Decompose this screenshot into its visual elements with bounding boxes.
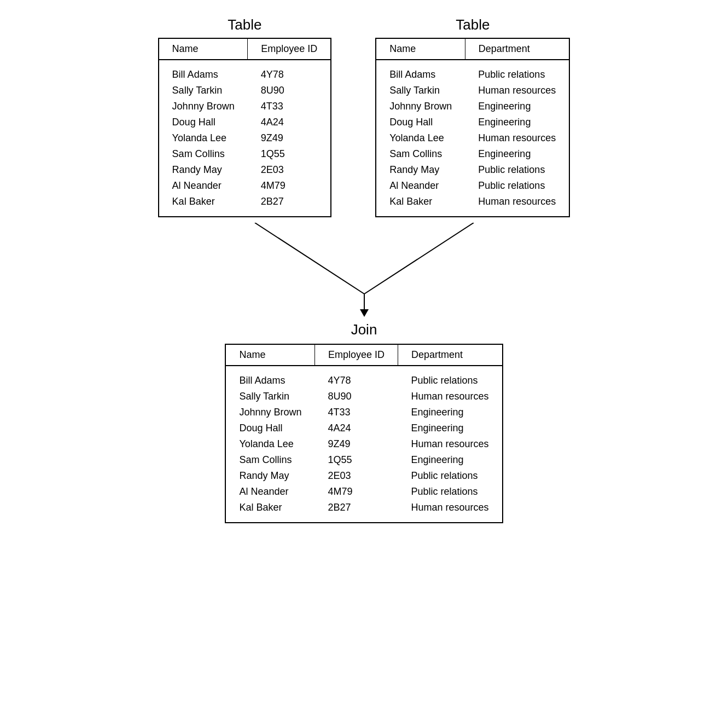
top-tables: Table Name Employee ID Bill Adams4Y78Sal… xyxy=(11,16,717,217)
table-row: Randy May2E03Public relations xyxy=(225,468,502,484)
table-row: Al Neander4M79Public relations xyxy=(225,484,502,500)
table2-title: Table xyxy=(456,16,490,33)
table1-col-empid: Employee ID xyxy=(248,38,331,60)
table-row: Kal Baker2B27 xyxy=(159,194,331,217)
table3: Name Employee ID Department Bill Adams4Y… xyxy=(225,344,503,523)
table3-col-empid: Employee ID xyxy=(315,344,398,366)
table1-col-name: Name xyxy=(159,38,248,60)
table-row: Sally Tarkin8U90Human resources xyxy=(225,389,502,404)
table1: Name Employee ID Bill Adams4Y78Sally Tar… xyxy=(158,38,332,217)
table-row: Sally Tarkin8U90 xyxy=(159,83,331,99)
table2-col-name: Name xyxy=(376,38,465,60)
join-arrows-svg xyxy=(173,223,556,321)
table-row: Al Neander4M79 xyxy=(159,178,331,194)
svg-line-1 xyxy=(364,223,474,294)
table3-col-name: Name xyxy=(225,344,315,366)
svg-marker-3 xyxy=(360,309,369,317)
table-row: Johnny BrownEngineering xyxy=(376,99,569,114)
table2-wrapper: Table Name Department Bill AdamsPublic r… xyxy=(375,16,570,217)
join-label: Join xyxy=(351,321,377,338)
table-row: Randy May2E03 xyxy=(159,162,331,178)
table-row: Doug HallEngineering xyxy=(376,114,569,130)
table-row: Kal Baker2B27Human resources xyxy=(225,500,502,523)
table2-col-dept: Department xyxy=(465,38,569,60)
table-row: Al NeanderPublic relations xyxy=(376,178,569,194)
table-row: Sam Collins1Q55Engineering xyxy=(225,452,502,468)
table3-col-dept: Department xyxy=(398,344,503,366)
table-row: Yolanda LeeHuman resources xyxy=(376,130,569,146)
table1-wrapper: Table Name Employee ID Bill Adams4Y78Sal… xyxy=(158,16,332,217)
table-row: Bill Adams4Y78 xyxy=(159,60,331,83)
table-row: Yolanda Lee9Z49 xyxy=(159,130,331,146)
table2: Name Department Bill AdamsPublic relatio… xyxy=(375,38,570,217)
join-arrows xyxy=(173,223,556,321)
table-row: Randy MayPublic relations xyxy=(376,162,569,178)
table-row: Johnny Brown4T33 xyxy=(159,99,331,114)
table-row: Sally TarkinHuman resources xyxy=(376,83,569,99)
table1-title: Table xyxy=(228,16,261,33)
table-row: Yolanda Lee9Z49Human resources xyxy=(225,436,502,452)
table-row: Sam CollinsEngineering xyxy=(376,146,569,162)
table-row: Doug Hall4A24 xyxy=(159,114,331,130)
table-row: Doug Hall4A24Engineering xyxy=(225,420,502,436)
table-row: Johnny Brown4T33Engineering xyxy=(225,404,502,420)
table3-wrapper: Name Employee ID Department Bill Adams4Y… xyxy=(225,344,503,523)
table-row: Sam Collins1Q55 xyxy=(159,146,331,162)
svg-line-0 xyxy=(255,223,364,294)
table-row: Bill AdamsPublic relations xyxy=(376,60,569,83)
table-row: Bill Adams4Y78Public relations xyxy=(225,366,502,389)
table-row: Kal BakerHuman resources xyxy=(376,194,569,217)
join-section: Join Name Employee ID Department Bill Ad… xyxy=(11,217,717,523)
